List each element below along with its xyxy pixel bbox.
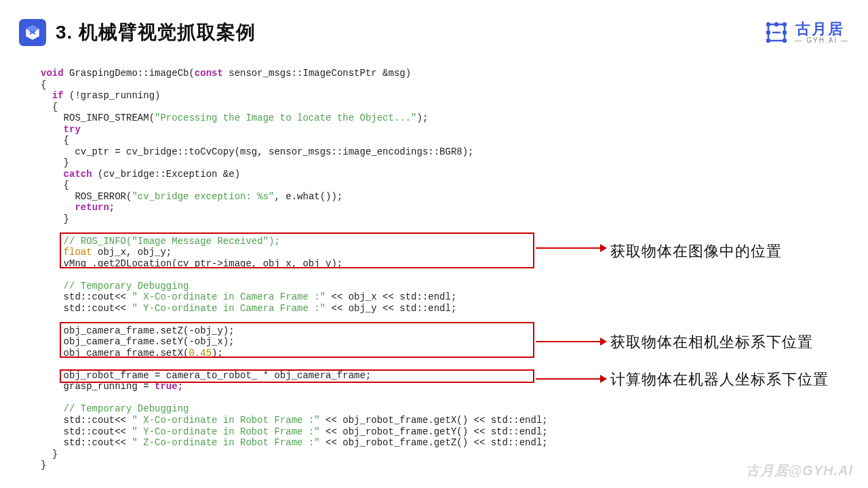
arrow-line [536, 341, 600, 342]
highlight-box-2 [60, 322, 534, 358]
annotation-2: 获取物体在相机坐标系下位置 [610, 332, 813, 352]
arrow-3 [536, 375, 607, 383]
highlight-box-1 [60, 232, 534, 268]
brand-logo: 古月居 — GYH.AI — [763, 19, 849, 46]
header-left: 3. 机械臂视觉抓取案例 [19, 19, 256, 46]
highlight-box-3 [60, 369, 534, 383]
arrow-line [536, 247, 600, 249]
brand-text-wrap: 古月居 — GYH.AI — [795, 22, 849, 44]
brand-name: 古月居 [795, 22, 849, 37]
arrow-line [536, 378, 600, 380]
annotation-1: 获取物体在图像中的位置 [610, 241, 782, 262]
arrow-head-icon [600, 244, 607, 252]
app-icon [19, 19, 46, 46]
header: 3. 机械臂视觉抓取案例 古月居 — GYH.AI — [0, 0, 868, 52]
code-block: void GraspingDemo::imageCb(const sensor_… [41, 68, 536, 471]
arrow-1 [536, 244, 607, 252]
arrow-2 [536, 338, 607, 346]
arrow-head-icon [600, 338, 607, 346]
page-title: 3. 机械臂视觉抓取案例 [56, 20, 256, 45]
brand-icon [763, 19, 790, 46]
brand-subtitle: — GYH.AI — [795, 37, 849, 44]
annotation-3: 计算物体在机器人坐标系下位置 [610, 369, 829, 390]
watermark: 古月居@GYH.AI [746, 462, 853, 480]
arrow-head-icon [600, 375, 607, 383]
